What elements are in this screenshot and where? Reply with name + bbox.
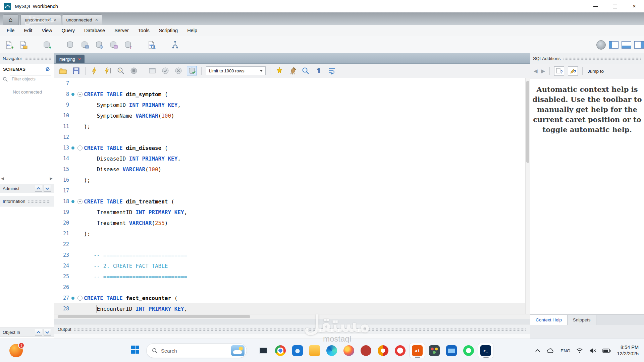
create-table-icon[interactable] [80,40,90,50]
code-line[interactable]: 17 [54,185,530,196]
invisible-chars-icon[interactable]: ¶ [314,66,323,75]
code-line[interactable]: 11); [54,121,530,132]
notification-app-icon[interactable]: 1 [9,344,23,357]
pin-up-icon[interactable] [35,185,42,192]
editor-output-splitter[interactable] [54,319,530,324]
display-icon[interactable] [444,343,459,358]
home-tab[interactable]: ⌂ [3,14,19,25]
collapse-right-icon[interactable]: ▶ [50,176,53,181]
code-line[interactable]: 20 Treatment VARCHAR(255) [54,218,530,228]
context-help-caret-icon[interactable]: ? [554,66,564,76]
connection-tab[interactable]: unconnected× [20,14,61,25]
open-sql-file-icon[interactable] [18,40,29,50]
tab-snippets[interactable]: Snippets [568,315,596,325]
fold-toggle-icon[interactable] [76,199,84,204]
forward-icon[interactable]: ▶ [541,68,545,74]
code-line[interactable]: 12 [54,132,530,142]
powershell-icon[interactable]: >_ [478,343,493,358]
save-script-icon[interactable] [71,66,81,75]
scrollbar-thumb[interactable] [526,81,529,163]
horizontal-scrollbar[interactable] [54,314,530,319]
code-line[interactable]: 26 [54,282,530,293]
menu-item-help[interactable]: Help [182,28,202,33]
commit-icon[interactable] [161,66,170,75]
mini-display-icon[interactable] [256,343,271,358]
close-tab-icon[interactable]: × [95,17,98,22]
open-script-icon[interactable] [58,66,68,75]
file-explorer-icon[interactable] [307,343,322,358]
onedrive-cloud-icon[interactable] [546,348,554,353]
fold-toggle-icon[interactable] [76,296,84,301]
connection-tab[interactable]: unconnected× [62,14,103,25]
menu-item-database[interactable]: Database [79,28,110,33]
volume-muted-icon[interactable] [589,348,596,353]
clock[interactable]: 8:54 PM 12/2/2025 [617,344,639,357]
sidebar-splitter[interactable]: ◀ ▶ [0,175,54,182]
fold-toggle-icon[interactable] [76,92,84,97]
menu-item-view[interactable]: View [37,28,57,33]
toggle-stop-on-error-icon[interactable] [148,66,157,75]
close-tab-icon[interactable]: × [54,17,56,22]
wifi-icon[interactable] [576,348,583,353]
create-view-icon[interactable] [94,40,104,50]
code-line[interactable]: 27CREATE TABLE fact_encounter ( [54,293,530,303]
new-connection-icon[interactable]: + [42,40,52,50]
media-icon[interactable] [290,343,305,358]
wrap-text-icon[interactable] [327,66,336,75]
pin-down-icon[interactable] [44,185,51,192]
stop-icon[interactable] [129,66,139,75]
create-function-icon[interactable]: f [123,40,133,50]
brave-icon[interactable] [358,343,374,358]
create-schema-icon[interactable] [65,40,75,50]
toggle-right-panel-icon[interactable] [634,41,644,49]
firefox-icon[interactable] [341,343,357,358]
illustrator-icon[interactable]: ai [410,343,425,358]
code-editor[interactable]: 78CREATE TABLE dim_symptom (9 SymptomID … [54,78,530,314]
weather-widget-icon[interactable] [231,345,245,356]
start-button[interactable] [131,345,140,354]
administration-bar[interactable]: Administ [0,184,54,193]
maximize-button[interactable] [605,0,625,12]
execute-icon[interactable] [90,66,99,75]
preferences-icon[interactable] [596,40,606,50]
tab-context-help[interactable]: Context Help [530,315,568,325]
toggle-bottom-panel-icon[interactable] [622,41,631,49]
menu-item-tools[interactable]: Tools [133,28,154,33]
code-line[interactable]: 14 DiseaseID INT PRIMARY KEY, [54,153,530,164]
code-line[interactable]: 13CREATE TABLE dim_disease ( [54,142,530,153]
collapse-left-icon[interactable]: ◀ [1,176,4,181]
scrollbar-thumb[interactable] [58,315,250,318]
jump-to-button[interactable]: Jump to [588,69,604,74]
code-line[interactable]: 28 EncounterID INT PRIMARY KEY, [54,303,530,314]
code-line[interactable]: 21); [54,228,530,239]
new-sql-tab-icon[interactable]: + [4,40,14,50]
chevron-up-icon[interactable] [535,349,540,352]
browser-icon[interactable] [375,343,391,358]
explain-icon[interactable] [116,66,125,75]
code-line[interactable]: 23 -- ========================== [54,250,530,260]
code-line[interactable]: 7 [54,78,530,89]
pin-down-icon[interactable] [44,329,51,336]
close-button[interactable]: × [625,0,644,12]
back-icon[interactable]: ◀ [534,68,538,74]
menu-item-scripting[interactable]: Scripting [154,28,182,33]
refresh-schemas-icon[interactable] [45,66,51,72]
limit-rows-dropdown[interactable]: Limit to 1000 rows [206,66,266,75]
execute-current-statement-icon[interactable] [103,66,112,75]
taskbar-search[interactable]: Search [146,343,247,358]
search-objects-icon[interactable] [147,40,157,50]
opera-icon[interactable] [392,343,408,358]
menu-item-query[interactable]: Query [57,28,80,33]
code-line[interactable]: 19 TreatmentID INT PRIMARY KEY, [54,207,530,218]
fold-toggle-icon[interactable] [76,145,84,150]
pin-up-icon[interactable] [35,329,42,336]
code-line[interactable]: 22 [54,239,530,250]
toggle-autocommit-icon[interactable] [187,66,197,75]
code-line[interactable]: 24 -- 2. CREATE FACT TABLE [54,260,530,271]
chrome-icon[interactable] [273,343,288,358]
code-line[interactable]: 16); [54,175,530,185]
migration-icon[interactable] [170,40,180,50]
minimize-button[interactable] [586,0,605,12]
people-icon[interactable] [427,343,442,358]
code-line[interactable]: 9 SymptomID INT PRIMARY KEY, [54,100,530,110]
